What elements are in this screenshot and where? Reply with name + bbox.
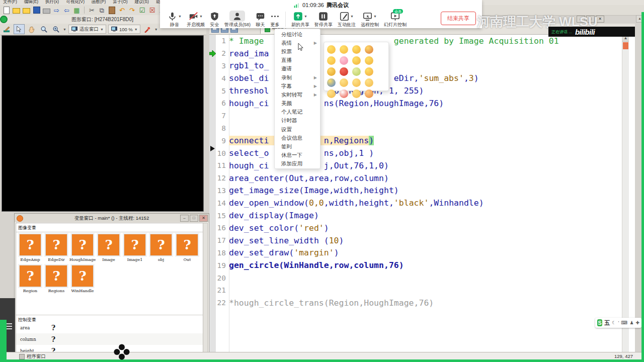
- paste-icon[interactable]: [108, 6, 116, 15]
- code-line-17[interactable]: 17dev_set_line_width (10): [209, 234, 627, 247]
- end-share-button[interactable]: 结束共享: [441, 12, 476, 25]
- graphics-canvas[interactable]: [2, 35, 204, 212]
- clear-icon[interactable]: ☒: [148, 6, 156, 15]
- code-line-8[interactable]: 8: [209, 122, 627, 135]
- cut-icon[interactable]: ✂: [88, 6, 96, 15]
- code-line-16[interactable]: 16dev_set_color('red'): [209, 222, 627, 234]
- emoji-ok-hand[interactable]: [363, 77, 375, 88]
- sogou-icon[interactable]: S: [597, 319, 602, 326]
- meeting-btn-remote-control[interactable]: ▼远程控制: [358, 11, 381, 28]
- meeting-btn-camera-off[interactable]: ▼开启视频: [184, 11, 207, 28]
- menu-item-表情[interactable]: 表情▶: [275, 39, 320, 47]
- print-icon[interactable]: [42, 6, 51, 15]
- iconic-variable-WinHandle[interactable]: ?WinHandle: [69, 265, 96, 295]
- emoji-joy[interactable]: [350, 44, 363, 55]
- menu-item-个人笔记[interactable]: 个人笔记: [275, 108, 320, 117]
- menu-函数(P)[interactable]: 函数(P): [92, 0, 106, 5]
- ime-toolbar[interactable]: S 五 ☾’⌨♟✚: [595, 318, 641, 328]
- emoji-grin[interactable]: [325, 44, 338, 55]
- maximize-button[interactable]: □: [190, 215, 198, 222]
- code-line-21[interactable]: 21: [209, 284, 627, 297]
- emoji-tea[interactable]: [350, 66, 363, 77]
- draw-tools-icon[interactable]: [142, 25, 152, 34]
- code-line-4[interactable]: 4sobel_di eDir,'sum_abs',3): [209, 72, 627, 84]
- menu-item-休息一下[interactable]: 休息一下: [275, 151, 320, 160]
- code-line-5[interactable]: 5threshol mp, Region, 1, 255): [209, 84, 627, 97]
- menu-item-实时转写[interactable]: 实时转写▶: [275, 90, 320, 99]
- code-line-9[interactable]: 9connecti n,Regions): [209, 134, 627, 147]
- code-line-18[interactable]: 18dev_set_draw('margin'): [209, 247, 627, 259]
- redo-icon[interactable]: ↷: [128, 6, 136, 15]
- emoji-wealthy[interactable]: [325, 66, 338, 77]
- tools-icon[interactable]: ✚: [635, 320, 639, 325]
- menu-建议(S)[interactable]: 建议(S): [135, 0, 149, 5]
- menu-文件(F)[interactable]: 文件(F): [3, 0, 17, 5]
- emoji-fireworks[interactable]: [338, 88, 350, 99]
- code-line-13[interactable]: 13get_image_size(Image,width,height): [209, 185, 627, 197]
- iconic-variable-obj[interactable]: ?obj: [148, 234, 174, 264]
- comma-icon[interactable]: ’: [618, 320, 619, 325]
- code-line-6[interactable]: 6hough_ci ns(Region,HoughImage,76): [209, 97, 627, 110]
- iconic-variable-Regions[interactable]: ?Regions: [43, 265, 69, 295]
- pen-tool-icon[interactable]: [2, 25, 12, 34]
- emoji-wink[interactable]: [325, 55, 338, 66]
- zoom-level-dropdown[interactable]: 100 % ▼: [108, 25, 140, 34]
- fit-window-dropdown[interactable]: 适应窗口 ▼: [68, 25, 106, 34]
- menu-item-直播[interactable]: 直播: [275, 56, 320, 65]
- export-icon[interactable]: ⇨: [52, 6, 61, 15]
- meeting-btn-shield[interactable]: 安全: [207, 11, 222, 28]
- emoji-smirk[interactable]: [363, 55, 375, 66]
- menu-item-签到[interactable]: 签到: [275, 142, 320, 151]
- menu-item-录制[interactable]: 录制▶: [275, 73, 320, 82]
- menu-执行(x)[interactable]: 执行(x): [45, 0, 59, 5]
- keyboard-icon[interactable]: ⌨: [621, 320, 627, 325]
- menu-item-会议信息[interactable]: 会议信息: [275, 134, 320, 142]
- close-button[interactable]: ✕: [199, 215, 208, 222]
- minimize-button[interactable]: –: [180, 215, 189, 222]
- iconic-variable-HoughImage[interactable]: ?HoughImage: [69, 234, 96, 264]
- menu-item-投票[interactable]: 投票: [275, 47, 320, 56]
- undo-icon[interactable]: ↶: [118, 6, 126, 15]
- emoji-handshake[interactable]: [350, 88, 363, 99]
- code-line-10[interactable]: 10select_o ns,obj,1 ): [209, 147, 627, 159]
- meeting-btn-annotate[interactable]: ▼互动批注: [335, 11, 358, 28]
- menu-item-添加应用[interactable]: 添加应用: [275, 160, 320, 168]
- code-line-2[interactable]: 2read_ima: [209, 47, 627, 60]
- emoji-clap[interactable]: [325, 88, 338, 99]
- moon-icon[interactable]: ☾: [612, 320, 616, 325]
- iconic-variable-Out[interactable]: ?Out: [174, 234, 200, 264]
- emoji-respect[interactable]: [325, 77, 338, 88]
- menu-算子(O)[interactable]: 算子(O): [113, 0, 127, 5]
- code-line-15[interactable]: 15dev_display(Image): [209, 209, 627, 222]
- iconic-variable-EdgeAmp[interactable]: ?EdgeAmp: [17, 234, 43, 264]
- menu-item-邀请[interactable]: 邀请: [275, 65, 320, 73]
- menu-item-分组讨论[interactable]: 分组讨论: [275, 30, 320, 39]
- user-icon[interactable]: ♟: [629, 320, 633, 325]
- meeting-btn-members[interactable]: 管理成员(58): [222, 11, 253, 28]
- menu-item-设置[interactable]: 设置: [275, 125, 320, 134]
- code-line-14[interactable]: 14dev_open_window(0,0,width,height,'blac…: [209, 197, 627, 209]
- meeting-btn-slides-control[interactable]: 会员幻灯片控制: [381, 11, 409, 28]
- check-icon[interactable]: ☑: [138, 6, 146, 15]
- save-icon[interactable]: [32, 6, 41, 15]
- variable-window-scrollbar[interactable]: [203, 223, 208, 356]
- draw-tools-caret-icon[interactable]: ▼: [154, 28, 158, 31]
- iconic-variable-Image[interactable]: ?Image: [96, 234, 122, 264]
- editor-scrollbar[interactable]: ▲: [622, 35, 629, 352]
- import-icon[interactable]: ⇦: [62, 6, 71, 15]
- code-line-11[interactable]: 11hough_ci j,Out,76,1,0): [209, 159, 627, 172]
- open-all-icon[interactable]: [22, 6, 31, 15]
- menu-编辑(E)[interactable]: 编辑(E): [24, 0, 38, 5]
- code-line-3[interactable]: 3rgb1_to_: [209, 60, 627, 72]
- copy-icon[interactable]: ⧉: [98, 6, 106, 15]
- menu-item-字幕[interactable]: 字幕▶: [275, 82, 320, 90]
- emoji-greedy[interactable]: [363, 44, 375, 55]
- code-line-7[interactable]: 7: [209, 110, 627, 122]
- emoji-shy[interactable]: [363, 66, 375, 77]
- emoji-beckon[interactable]: [363, 88, 375, 99]
- emoji-thumbs-up[interactable]: [350, 77, 363, 88]
- meeting-btn-mic[interactable]: ▼静音: [165, 11, 184, 28]
- emoji-firecracker[interactable]: [338, 66, 350, 77]
- zoom-in-tool-icon[interactable]: [51, 25, 61, 34]
- pan-hand-tool-icon[interactable]: [27, 25, 37, 34]
